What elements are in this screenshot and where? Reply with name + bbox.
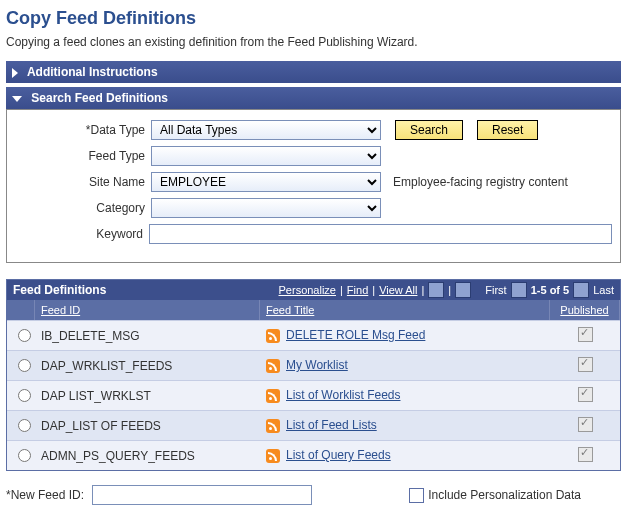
site-name-hint: Employee-facing registry content bbox=[393, 175, 568, 189]
feed-title-link[interactable]: My Worklist bbox=[286, 358, 348, 372]
page-title: Copy Feed Definitions bbox=[6, 8, 621, 29]
grid-title: Feed Definitions bbox=[13, 283, 106, 297]
data-type-select[interactable]: All Data Types bbox=[151, 120, 381, 140]
table-row: DAP_WRKLIST_FEEDSMy Worklist bbox=[7, 350, 620, 380]
row-range: 1-5 of 5 bbox=[531, 284, 570, 296]
table-row: IB_DELETE_MSGDELETE ROLE Msg Feed bbox=[7, 320, 620, 350]
search-section-title: Search Feed Definitions bbox=[31, 91, 168, 105]
site-name-label: Site Name bbox=[15, 175, 151, 189]
keyword-label: Keyword bbox=[15, 227, 149, 241]
rss-icon bbox=[266, 329, 280, 343]
published-check-icon bbox=[578, 357, 593, 372]
include-personalization-label: Include Personalization Data bbox=[428, 488, 581, 502]
find-link[interactable]: Find bbox=[347, 284, 368, 296]
reset-button[interactable]: Reset bbox=[477, 120, 538, 140]
feed-id-cell: IB_DELETE_MSG bbox=[35, 324, 260, 348]
page-subtitle: Copying a feed clones an existing defini… bbox=[6, 35, 621, 49]
view-all-link[interactable]: View All bbox=[379, 284, 417, 296]
feed-definitions-grid: Feed Definitions Personalize | Find | Vi… bbox=[6, 279, 621, 471]
search-button[interactable]: Search bbox=[395, 120, 463, 140]
last-label: Last bbox=[593, 284, 614, 296]
feed-type-select[interactable] bbox=[151, 146, 381, 166]
rss-icon bbox=[266, 359, 280, 373]
checkbox-icon bbox=[409, 488, 424, 503]
site-name-select[interactable]: EMPLOYEE bbox=[151, 172, 381, 192]
search-panel: Data Type All Data Types Search Reset Fe… bbox=[6, 109, 621, 263]
rss-icon bbox=[266, 389, 280, 403]
next-page-button[interactable] bbox=[573, 282, 589, 298]
instructions-section-title: Additional Instructions bbox=[27, 65, 158, 79]
instructions-section-header[interactable]: Additional Instructions bbox=[6, 61, 621, 83]
published-check-icon bbox=[578, 387, 593, 402]
table-row: ADMN_PS_QUERY_FEEDSList of Query Feeds bbox=[7, 440, 620, 470]
col-select bbox=[7, 300, 35, 320]
row-select-radio[interactable] bbox=[18, 329, 31, 342]
feed-type-label: Feed Type bbox=[15, 149, 151, 163]
category-select[interactable] bbox=[151, 198, 381, 218]
download-icon[interactable] bbox=[455, 282, 471, 298]
rss-icon bbox=[266, 449, 280, 463]
search-section-header[interactable]: Search Feed Definitions bbox=[6, 87, 621, 109]
collapse-icon bbox=[12, 96, 22, 102]
row-select-radio[interactable] bbox=[18, 419, 31, 432]
new-feed-id-label: New Feed ID: bbox=[6, 488, 84, 502]
rss-icon bbox=[266, 419, 280, 433]
published-check-icon bbox=[578, 417, 593, 432]
expand-icon bbox=[12, 68, 18, 78]
category-label: Category bbox=[15, 201, 151, 215]
row-select-radio[interactable] bbox=[18, 449, 31, 462]
feed-title-link[interactable]: DELETE ROLE Msg Feed bbox=[286, 328, 425, 342]
feed-id-cell: DAP_WRKLIST_FEEDS bbox=[35, 354, 260, 378]
personalize-link[interactable]: Personalize bbox=[279, 284, 336, 296]
feed-id-cell: DAP LIST_WRKLST bbox=[35, 384, 260, 408]
new-feed-id-input[interactable] bbox=[92, 485, 312, 505]
feed-title-link[interactable]: List of Worklist Feeds bbox=[286, 388, 400, 402]
keyword-input[interactable] bbox=[149, 224, 612, 244]
published-check-icon bbox=[578, 447, 593, 462]
table-row: DAP_LIST OF FEEDSList of Feed Lists bbox=[7, 410, 620, 440]
feed-title-link[interactable]: List of Query Feeds bbox=[286, 448, 391, 462]
zoom-icon[interactable] bbox=[428, 282, 444, 298]
col-feed-title[interactable]: Feed Title bbox=[260, 300, 550, 320]
col-published[interactable]: Published bbox=[550, 300, 620, 320]
col-feed-id[interactable]: Feed ID bbox=[35, 300, 260, 320]
feed-id-cell: ADMN_PS_QUERY_FEEDS bbox=[35, 444, 260, 468]
published-check-icon bbox=[578, 327, 593, 342]
feed-title-link[interactable]: List of Feed Lists bbox=[286, 418, 377, 432]
prev-page-button[interactable] bbox=[511, 282, 527, 298]
include-personalization-checkbox[interactable]: Include Personalization Data bbox=[409, 488, 581, 503]
table-row: DAP LIST_WRKLSTList of Worklist Feeds bbox=[7, 380, 620, 410]
first-label: First bbox=[485, 284, 506, 296]
feed-id-cell: DAP_LIST OF FEEDS bbox=[35, 414, 260, 438]
row-select-radio[interactable] bbox=[18, 359, 31, 372]
row-select-radio[interactable] bbox=[18, 389, 31, 402]
data-type-label: Data Type bbox=[15, 123, 151, 137]
